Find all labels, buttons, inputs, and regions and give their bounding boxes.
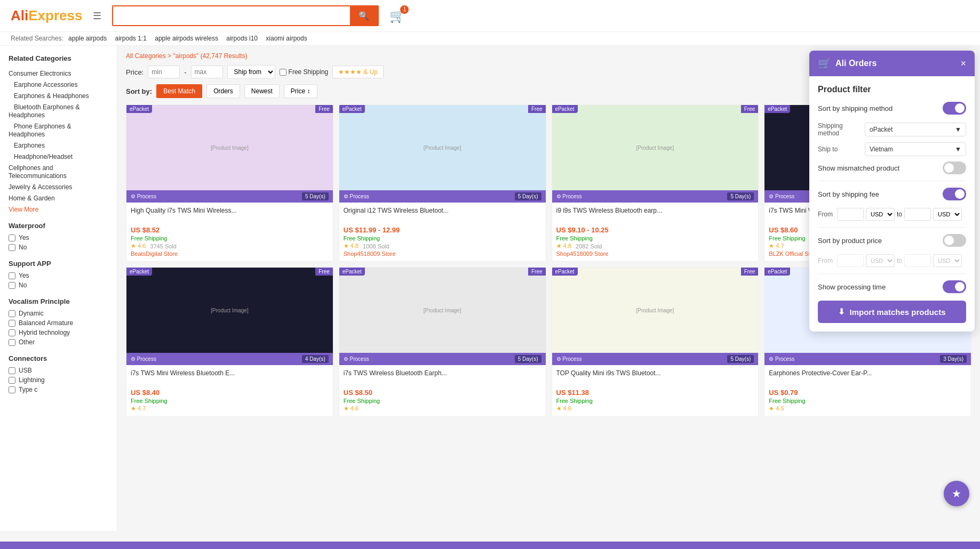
sort-label: Sort by: (126, 87, 152, 95)
related-search-1[interactable]: apple airpods (68, 35, 107, 42)
card-body: i9 i9s TWS Wireless Bluetooth earp... US… (552, 203, 759, 261)
price-min-input[interactable] (148, 66, 180, 78)
sidebar-item-home-garden[interactable]: Home & Garden (9, 195, 55, 202)
sidebar-item-headphone[interactable]: Headphone/Headset (9, 153, 73, 160)
support-app-title: Support APP (9, 260, 108, 268)
stars-filter-btn[interactable]: ★★★★ & Up (332, 66, 384, 78)
price-from-input[interactable]: 100 (837, 254, 864, 267)
show-mismatched-toggle[interactable] (943, 162, 966, 174)
process-icon: ⚙ Process (131, 356, 156, 362)
shipping-method-dropdown[interactable]: oPacket ▼ (865, 123, 966, 136)
sort-shipping-method-toggle[interactable] (943, 102, 966, 115)
card-shipping: Free Shipping (769, 398, 967, 404)
support-app-yes-checkbox[interactable] (9, 272, 15, 279)
process-bar: ⚙ Process 5 Day(s) (339, 190, 546, 203)
waterproof-no-checkbox[interactable] (9, 244, 15, 251)
price-range-row: From 100 USD to 100 USD (818, 254, 966, 267)
sort-newest[interactable]: Newest (244, 84, 280, 98)
view-more-link[interactable]: View More (9, 206, 108, 213)
card-body: High Quality i7s TWS Mini Wireless... US… (126, 203, 333, 261)
sidebar-item-earphones[interactable]: Earphones (9, 142, 45, 149)
floating-action-button[interactable]: ★ (944, 481, 969, 506)
sidebar-item-cellphones[interactable]: Cellphones and Telecommunications (9, 164, 67, 180)
vocalism-balanced-checkbox[interactable] (9, 320, 15, 327)
price-to-currency[interactable]: USD (933, 254, 962, 267)
panel-close-button[interactable]: × (960, 59, 966, 68)
process-icon: ⚙ Process (344, 193, 369, 199)
related-search-3[interactable]: apple airpods wireless (155, 35, 218, 42)
product-card[interactable]: [Product Image] ePacket Free ⚙ Process 5… (552, 104, 759, 262)
sort-orders[interactable]: Orders (206, 84, 240, 98)
vocalism-other-checkbox[interactable] (9, 339, 15, 346)
epacket-badge: ePacket (764, 268, 790, 276)
ship-to-dropdown[interactable]: Vietnam ▼ (865, 142, 966, 156)
process-icon: ⚙ Process (769, 193, 794, 199)
category-list: Consumer Electronics Earphone Accessorie… (9, 68, 108, 204)
price-from-currency[interactable]: USD (866, 254, 895, 267)
show-processing-time-row: Show processing time (818, 280, 966, 293)
card-store[interactable]: Shop4518009 Store (344, 251, 541, 257)
cart-icon[interactable]: 🛒 1 (389, 9, 405, 23)
connector-typec-checkbox[interactable] (9, 386, 15, 393)
sidebar-item-earphone-accessories[interactable]: Earphone Accessories (9, 81, 77, 88)
divider-2 (818, 227, 966, 228)
card-shipping: Free Shipping (556, 235, 754, 241)
vocalism-title: Vocalism Principle (9, 297, 108, 305)
sort-product-price-toggle[interactable] (943, 234, 966, 247)
support-app-no-checkbox[interactable] (9, 282, 15, 289)
fee-to-currency[interactable]: USD (933, 208, 962, 221)
show-processing-time-toggle[interactable] (943, 280, 966, 293)
connector-usb-checkbox[interactable] (9, 367, 15, 374)
vocalism-balanced-label: Balanced Armature (19, 319, 73, 327)
card-body: Original i12 TWS Wireless Bluetoot... US… (339, 203, 546, 261)
product-card[interactable]: [Product Image] ePacket Free ⚙ Process 5… (126, 104, 333, 262)
process-bar: ⚙ Process 3 Day(s) (764, 353, 971, 365)
connector-usb-label: USB (19, 367, 32, 374)
card-price: US $8.52 (131, 226, 329, 234)
card-meta: ★ 4.8 1008 Sold (344, 243, 541, 249)
product-card[interactable]: [Product Image] ePacket Free ⚙ Process 5… (339, 267, 546, 417)
import-matches-button[interactable]: ⬇ Import matches products (818, 301, 966, 323)
vocalism-hybrid-checkbox[interactable] (9, 329, 15, 336)
card-store[interactable]: BeatsDigital Store (131, 251, 329, 257)
card-title: i7s TWS Mini Wireless Bluetooth E... (131, 369, 329, 386)
sort-price[interactable]: Price ↕ (284, 84, 317, 98)
waterproof-yes-checkbox[interactable] (9, 235, 15, 241)
free-shipping-checkbox[interactable] (280, 69, 286, 76)
fee-from-input[interactable]: 100 (837, 208, 864, 221)
card-rating: ★ 4.6 (556, 405, 571, 412)
epacket-badge: ePacket (764, 105, 790, 113)
sidebar-item-phone-earphones[interactable]: Phone Earphones & Headphones (9, 123, 71, 138)
sidebar-item-earphones-headphones[interactable]: Earphones & Headphones (9, 92, 89, 100)
sort-product-price-label: Sort by product price (818, 237, 938, 245)
related-search-4[interactable]: airpods i10 (226, 35, 258, 42)
search-input[interactable]: airpods (113, 6, 350, 25)
fee-from-currency[interactable]: USD (866, 208, 895, 221)
connector-lightning-checkbox[interactable] (9, 377, 15, 384)
vocalism-dynamic-checkbox[interactable] (9, 310, 15, 317)
related-search-5[interactable]: xiaomi airpods (266, 35, 307, 42)
process-bar: ⚙ Process 4 Day(s) (126, 353, 333, 365)
sort-shipping-fee-toggle[interactable] (943, 188, 966, 200)
price-max-input[interactable] (191, 66, 223, 78)
card-shipping: Free Shipping (131, 398, 329, 404)
product-card[interactable]: [Product Image] ePacket Free ⚙ Process 5… (339, 104, 546, 262)
ship-to-label: Ship to (818, 146, 861, 153)
sidebar: Related Categories Consumer Electronics … (0, 46, 117, 531)
ship-from-select[interactable]: Ship from (227, 65, 275, 79)
card-store[interactable]: Shop4518009 Store (556, 251, 754, 257)
sort-best-match[interactable]: Best Match (156, 84, 202, 98)
related-search-2[interactable]: airpods 1:1 (115, 35, 146, 42)
process-icon: ⚙ Process (556, 356, 582, 362)
price-to-input[interactable]: 100 (904, 254, 931, 267)
fee-to-input[interactable]: 100 (904, 208, 931, 221)
sidebar-item-jewelry[interactable]: Jewelry & Accessories (9, 183, 72, 191)
product-card[interactable]: [Product Image] ePacket Free ⚙ Process 5… (552, 267, 759, 417)
product-card[interactable]: [Product Image] ePacket Free ⚙ Process 4… (126, 267, 333, 417)
search-button[interactable]: 🔍 (350, 6, 378, 25)
sidebar-item-bluetooth[interactable]: Bluetooth Earphones & Headphones (9, 103, 79, 119)
sidebar-item-consumer-electronics[interactable]: Consumer Electronics (9, 70, 71, 77)
days-badge: 5 Day(s) (302, 192, 329, 200)
menu-icon[interactable]: ☰ (93, 10, 101, 22)
card-meta: ★ 4.7 (131, 405, 329, 412)
